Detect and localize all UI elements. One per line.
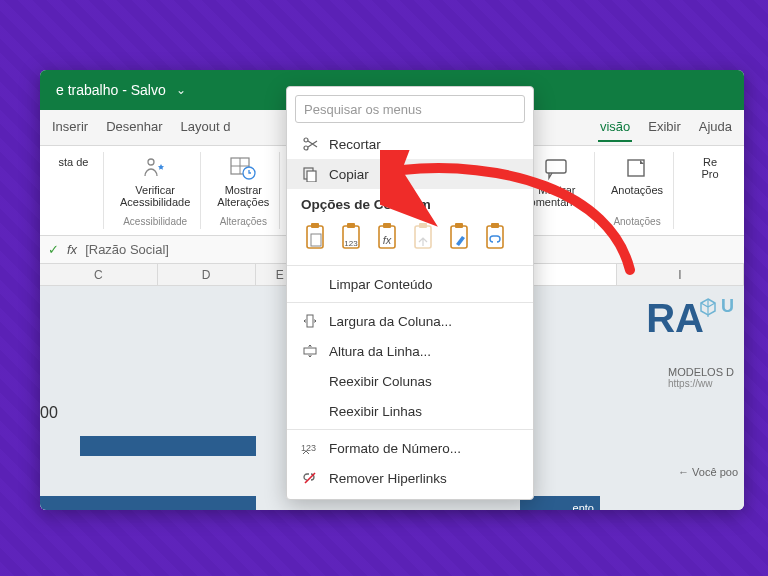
logo-right-text: U xyxy=(721,296,734,317)
column-width-icon xyxy=(301,312,319,330)
ribbon-btn-ret[interactable]: Re Pro xyxy=(699,154,720,182)
menu-item-number-format[interactable]: 123 Formato de Número... xyxy=(287,433,533,463)
paste-values-button[interactable]: 123 xyxy=(337,220,367,254)
svg-point-8 xyxy=(304,138,308,142)
sheet-heading-right: RA xyxy=(646,296,704,341)
svg-rect-25 xyxy=(491,223,499,228)
logo-right: U xyxy=(698,296,734,317)
paste-options-row: 123 fx xyxy=(287,216,533,262)
svg-rect-5 xyxy=(546,160,566,173)
menu-item-unhide-rows[interactable]: Reexibir Linhas xyxy=(287,396,533,426)
sheet-heading-left: ] xyxy=(40,300,42,342)
person-star-icon xyxy=(140,156,170,182)
svg-point-7 xyxy=(304,146,308,150)
svg-rect-27 xyxy=(304,348,316,354)
tab-desenhar[interactable]: Desenhar xyxy=(104,113,164,142)
ribbon-btn-sta-label: sta de xyxy=(59,156,89,168)
svg-text:fx: fx xyxy=(383,234,392,246)
menu-item-row-height[interactable]: Altura da Linha... xyxy=(287,336,533,366)
paste-link-button[interactable] xyxy=(481,220,511,254)
menu-item-column-width-label: Largura da Coluna... xyxy=(329,314,452,329)
menu-item-remove-hyperlinks-label: Remover Hiperlinks xyxy=(329,471,447,486)
notes-button[interactable]: Anotações xyxy=(609,154,665,198)
svg-rect-24 xyxy=(487,226,503,248)
svg-point-0 xyxy=(148,159,154,165)
menu-item-unhide-columns[interactable]: Reexibir Colunas xyxy=(287,366,533,396)
svg-rect-23 xyxy=(455,223,463,228)
paste-default-button[interactable] xyxy=(301,220,331,254)
tab-exibir[interactable]: Exibir xyxy=(646,113,683,142)
menu-item-number-format-label: Formato de Número... xyxy=(329,441,461,456)
menu-item-remove-hyperlinks[interactable]: Remover Hiperlinks xyxy=(287,463,533,493)
tab-revisao[interactable]: visão xyxy=(598,113,632,142)
menu-item-column-width[interactable]: Largura da Coluna... xyxy=(287,306,533,336)
tab-layout[interactable]: Layout d xyxy=(179,113,233,142)
check-accessibility-label: Verificar Acessibilidade xyxy=(120,184,190,208)
tab-ajuda[interactable]: Ajuda xyxy=(697,113,734,142)
menu-item-clear[interactable]: Limpar Conteúdo xyxy=(287,269,533,299)
ribbon-group-ret: Re Pro xyxy=(680,152,740,229)
voce-poo-text: ← Você poo xyxy=(678,466,738,478)
col-header-d[interactable]: D xyxy=(158,264,256,285)
menu-item-cut-label: Recortar xyxy=(329,137,381,152)
svg-rect-13 xyxy=(311,234,321,246)
show-comments-label: Mostrar omentários xyxy=(530,184,584,208)
ribbon-group-sta: sta de xyxy=(44,152,104,229)
scissors-icon xyxy=(301,135,319,153)
menu-item-unhide-rows-label: Reexibir Linhas xyxy=(329,404,422,419)
modelos-text: MODELOS D https://ww xyxy=(668,366,734,389)
copy-icon xyxy=(301,165,319,183)
menu-separator-3 xyxy=(287,429,533,430)
menu-item-copy-label: Copiar xyxy=(329,167,369,182)
col-header-c[interactable]: C xyxy=(40,264,158,285)
paste-formulas-button[interactable]: fx xyxy=(373,220,403,254)
formula-accept-icon[interactable]: ✓ xyxy=(48,242,59,257)
grid-clock-icon xyxy=(228,156,258,182)
blank-icon xyxy=(301,275,319,293)
show-changes-button[interactable]: Mostrar Alterações xyxy=(215,154,271,210)
ribbon-btn-ret-label: Re Pro xyxy=(701,156,718,180)
show-comments-button[interactable]: Mostrar omentários xyxy=(528,154,586,210)
fx-icon[interactable]: fx xyxy=(67,242,77,257)
tab-inserir[interactable]: Inserir xyxy=(50,113,90,142)
ribbon-group-alteracoes: Mostrar Alterações Alterações xyxy=(207,152,280,229)
cube-icon xyxy=(698,297,718,317)
blank-icon xyxy=(301,372,319,390)
paste-formatting-button[interactable] xyxy=(445,220,475,254)
menu-item-cut[interactable]: Recortar xyxy=(287,129,533,159)
ribbon-group-acessibilidade: Verificar Acessibilidade Acessibilidade xyxy=(110,152,201,229)
svg-rect-21 xyxy=(419,223,427,228)
formula-value[interactable]: [Razão Social] xyxy=(85,242,169,257)
menu-separator-1 xyxy=(287,265,533,266)
note-icon xyxy=(622,156,652,182)
svg-rect-18 xyxy=(383,223,391,228)
svg-text:123: 123 xyxy=(301,443,316,453)
sheet-bar-1 xyxy=(80,436,256,456)
svg-rect-15 xyxy=(347,223,355,228)
blank-icon xyxy=(301,402,319,420)
sheet-bar-2 xyxy=(40,496,256,510)
menu-separator-2 xyxy=(287,302,533,303)
remove-link-icon xyxy=(301,469,319,487)
menu-item-clear-label: Limpar Conteúdo xyxy=(329,277,433,292)
row-height-icon xyxy=(301,342,319,360)
menu-item-row-height-label: Altura da Linha... xyxy=(329,344,431,359)
group-label-acessibilidade: Acessibilidade xyxy=(110,216,200,227)
context-menu: Pesquisar os menus Recortar Copiar Opçõe… xyxy=(286,86,534,500)
col-header-i[interactable]: I xyxy=(617,264,744,285)
comment-icon xyxy=(542,156,572,182)
paste-options-header: Opções de Colagem xyxy=(287,189,533,216)
check-accessibility-button[interactable]: Verificar Acessibilidade xyxy=(118,154,192,210)
chevron-down-icon[interactable]: ⌄ xyxy=(176,83,186,97)
paste-transpose-button[interactable] xyxy=(409,220,439,254)
svg-text:123: 123 xyxy=(344,239,358,248)
menu-item-copy[interactable]: Copiar xyxy=(287,159,533,189)
sheet-text-00: 00 xyxy=(40,404,58,422)
ribbon-btn-sta[interactable]: sta de xyxy=(57,154,91,170)
show-changes-label: Mostrar Alterações xyxy=(217,184,269,208)
menu-item-unhide-columns-label: Reexibir Colunas xyxy=(329,374,432,389)
document-title: e trabalho - Salvo xyxy=(56,82,166,98)
modelos-line1: MODELOS D xyxy=(668,366,734,378)
menu-search-box[interactable]: Pesquisar os menus xyxy=(295,95,525,123)
number-format-icon: 123 xyxy=(301,439,319,457)
